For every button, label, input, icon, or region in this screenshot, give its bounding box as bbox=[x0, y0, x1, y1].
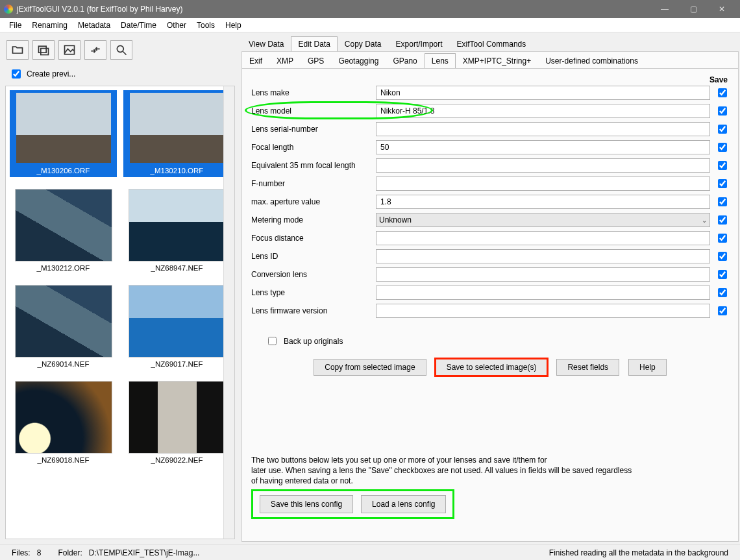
thumbnail-caption: _M130212.ORF bbox=[37, 262, 90, 273]
tab-view-data[interactable]: View Data bbox=[241, 36, 291, 51]
thumbnail-image bbox=[129, 381, 226, 454]
thumbnail-item[interactable]: _NZ69017.NEF bbox=[123, 285, 230, 369]
load-images-icon[interactable] bbox=[32, 40, 55, 60]
thumbnail-item[interactable]: _NZ69022.NEF bbox=[123, 381, 230, 465]
rotate-arrows-icon[interactable] bbox=[84, 40, 106, 60]
lens-serial-label: Lens serial-number bbox=[251, 125, 369, 134]
config-note-line: of having entered data or not. bbox=[251, 476, 729, 486]
thumbnail-item[interactable]: _M130206.ORF bbox=[10, 90, 117, 177]
menu-metadata[interactable]: Metadata bbox=[73, 19, 116, 31]
subtab-lens[interactable]: Lens bbox=[425, 53, 456, 68]
open-folder-icon[interactable] bbox=[6, 40, 29, 60]
reset-fields-button[interactable]: Reset fields bbox=[556, 359, 619, 376]
menu-tools[interactable]: Tools bbox=[191, 19, 220, 31]
menu-other[interactable]: Other bbox=[162, 19, 191, 31]
thumbnail-caption: _NZ68947.NEF bbox=[151, 262, 203, 273]
lens-fw-save-checkbox[interactable] bbox=[718, 306, 727, 315]
thumbnail-caption: _NZ69014.NEF bbox=[38, 358, 90, 369]
menubar: File Renaming Metadata Date/Time Other T… bbox=[0, 18, 740, 32]
lens-model-input[interactable] bbox=[376, 104, 710, 118]
status-files-label: Files: bbox=[12, 548, 31, 557]
max-aperture-input[interactable] bbox=[376, 195, 710, 209]
help-button[interactable]: Help bbox=[628, 359, 667, 376]
eq35-input[interactable] bbox=[376, 158, 710, 173]
tab-exiftool-cmd[interactable]: ExifTool Commands bbox=[450, 36, 534, 51]
lens-fw-input[interactable] bbox=[376, 304, 710, 318]
subtab-geotag[interactable]: Geotagging bbox=[331, 53, 386, 68]
main-tabs: View Data Edit Data Copy Data Export/Imp… bbox=[241, 35, 739, 51]
tab-edit-data[interactable]: Edit Data bbox=[291, 36, 337, 51]
tab-export-import[interactable]: Export/Import bbox=[389, 36, 450, 51]
thumbnail-image bbox=[129, 285, 226, 358]
max-aperture-save-checkbox[interactable] bbox=[718, 197, 727, 206]
thumbnail-item[interactable]: _M130210.ORF bbox=[123, 90, 230, 177]
metering-save-checkbox[interactable] bbox=[718, 215, 727, 225]
eq35-save-checkbox[interactable] bbox=[718, 161, 727, 170]
right-panel: View Data Edit Data Copy Data Export/Imp… bbox=[240, 32, 740, 544]
thumbnail-caption: _NZ69022.NEF bbox=[151, 454, 203, 465]
focus-dist-save-checkbox[interactable] bbox=[718, 234, 727, 243]
status-folder-label: Folder: bbox=[58, 548, 82, 557]
search-icon[interactable] bbox=[110, 40, 132, 60]
subtab-xmp[interactable]: XMP bbox=[269, 53, 301, 68]
thumbnail-caption: _NZ69017.NEF bbox=[151, 358, 203, 369]
lens-type-save-checkbox[interactable] bbox=[718, 288, 727, 297]
create-preview-checkbox[interactable] bbox=[12, 69, 21, 79]
lens-id-save-checkbox[interactable] bbox=[718, 252, 727, 261]
thumbnail-item[interactable]: _NZ68947.NEF bbox=[123, 189, 230, 273]
thumbnail-caption: _M130210.ORF bbox=[151, 164, 204, 176]
fnumber-label: F-number bbox=[251, 179, 369, 188]
subtab-gpano[interactable]: GPano bbox=[386, 53, 424, 68]
focal-length-save-checkbox[interactable] bbox=[718, 143, 727, 152]
lens-fw-label: Lens firmware version bbox=[251, 306, 369, 315]
thumbnail-item[interactable]: _NZ69018.NEF bbox=[10, 381, 117, 465]
subtab-xmp-iptc[interactable]: XMP+IPTC_String+ bbox=[456, 53, 538, 68]
menu-datetime[interactable]: Date/Time bbox=[116, 19, 162, 31]
metering-select[interactable]: Unknown ⌄ bbox=[376, 213, 710, 227]
metering-value: Unknown bbox=[379, 215, 412, 225]
conversion-lens-save-checkbox[interactable] bbox=[718, 270, 727, 279]
focus-dist-input[interactable] bbox=[376, 231, 710, 245]
copy-from-selected-button[interactable]: Copy from selected image bbox=[314, 359, 426, 376]
minimize-button[interactable]: — bbox=[650, 0, 679, 18]
lens-make-input[interactable] bbox=[376, 86, 710, 100]
lens-make-save-checkbox[interactable] bbox=[718, 88, 727, 97]
backup-originals-checkbox[interactable] bbox=[268, 337, 277, 345]
thumbnail-image bbox=[129, 189, 226, 262]
thumbnail-item[interactable]: _NZ69014.NEF bbox=[10, 285, 117, 369]
image-icon[interactable] bbox=[58, 40, 80, 60]
menu-help[interactable]: Help bbox=[220, 19, 247, 31]
menu-file[interactable]: File bbox=[4, 19, 27, 31]
sub-tabs: Exif XMP GPS Geotagging GPano Lens XMP+I… bbox=[241, 51, 739, 68]
thumbnail-item[interactable]: _M130212.ORF bbox=[10, 189, 117, 273]
focal-length-input[interactable] bbox=[376, 140, 710, 154]
subtab-userdef[interactable]: User-defined combinations bbox=[538, 53, 645, 68]
lens-type-input[interactable] bbox=[376, 286, 710, 300]
lens-panel: Save Lens make Lens model Lens serial-nu… bbox=[241, 68, 739, 542]
close-button[interactable]: ✕ bbox=[708, 0, 736, 18]
save-to-selected-button[interactable]: Save to selected image(s) bbox=[436, 359, 548, 376]
config-note-line: The two buttons below lets you set up on… bbox=[251, 455, 729, 465]
lens-serial-input[interactable] bbox=[376, 122, 710, 136]
max-aperture-label: max. aperture value bbox=[251, 197, 369, 206]
thumbnail-grid[interactable]: _M130206.ORF_M130210.ORF_M130212.ORF_NZ6… bbox=[5, 86, 235, 539]
maximize-button[interactable]: ▢ bbox=[679, 0, 708, 18]
lens-id-input[interactable] bbox=[376, 249, 710, 263]
menu-renaming[interactable]: Renaming bbox=[27, 19, 73, 31]
subtab-gps[interactable]: GPS bbox=[301, 53, 331, 68]
save-lens-config-button[interactable]: Save this lens config bbox=[260, 495, 353, 513]
load-lens-config-button[interactable]: Load a lens config bbox=[361, 495, 446, 513]
lens-model-label: Lens model bbox=[251, 106, 369, 116]
app-logo-icon bbox=[4, 5, 13, 14]
lens-serial-save-checkbox[interactable] bbox=[718, 125, 727, 134]
fnumber-input[interactable] bbox=[376, 177, 710, 191]
lens-model-save-checkbox[interactable] bbox=[718, 106, 727, 116]
subtab-exif[interactable]: Exif bbox=[242, 53, 269, 68]
fnumber-save-checkbox[interactable] bbox=[718, 179, 727, 188]
conversion-lens-label: Conversion lens bbox=[251, 270, 369, 279]
titlebar: jExifToolGUI V2.0.1 (for ExifTool by Phi… bbox=[0, 0, 740, 18]
thumbnail-image bbox=[15, 189, 112, 262]
tab-copy-data[interactable]: Copy Data bbox=[338, 36, 389, 51]
conversion-lens-input[interactable] bbox=[376, 267, 710, 282]
thumbnail-caption: _NZ69018.NEF bbox=[38, 454, 90, 465]
